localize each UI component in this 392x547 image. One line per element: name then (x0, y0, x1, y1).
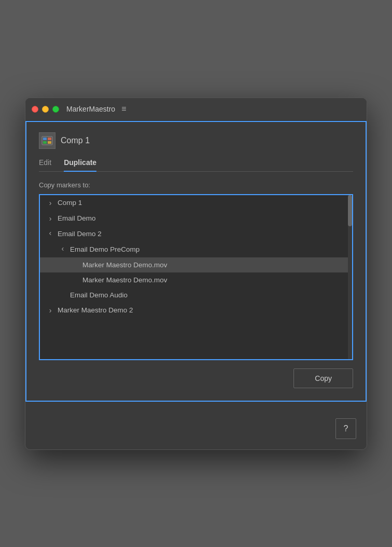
tree-item-label: Email Demo 2 (58, 230, 102, 238)
tree-item[interactable]: Email Demo Audio (40, 288, 352, 303)
svg-rect-4 (48, 141, 51, 144)
chevron-down-icon (46, 230, 54, 238)
titlebar: MarkerMaestro ≡ (25, 98, 367, 121)
copy-button[interactable]: Copy (293, 368, 353, 388)
svg-rect-3 (43, 141, 47, 144)
tree-item-label: Marker Maestro Demo.mov (82, 261, 167, 269)
tree-item-label: Marker Maestro Demo.mov (82, 276, 167, 284)
comp-title: Comp 1 (61, 136, 90, 145)
chevron-right-icon (46, 306, 54, 314)
tabs-container: Edit Duplicate (39, 158, 353, 172)
comp-header: Comp 1 (39, 132, 353, 149)
help-button[interactable]: ? (335, 418, 356, 439)
tree-item[interactable]: Email Demo (40, 211, 352, 226)
tree-item[interactable]: Marker Maestro Demo.mov (40, 272, 352, 288)
scrollbar-track[interactable] (348, 195, 352, 359)
tab-edit[interactable]: Edit (39, 158, 51, 172)
app-title: MarkerMaestro (66, 105, 115, 113)
copy-markers-label: Copy markers to: (39, 181, 353, 189)
tree-item-label: Marker Maestro Demo 2 (58, 306, 133, 314)
chevron-right-icon (46, 199, 54, 207)
scrollbar-thumb[interactable] (348, 195, 352, 226)
traffic-lights (32, 106, 59, 113)
bottom-row: Copy (39, 368, 353, 388)
tree-item-label: Email Demo Audio (70, 291, 128, 299)
tree-item[interactable]: Email Demo PreComp (40, 242, 352, 257)
svg-rect-1 (43, 138, 47, 140)
tree-item-label: Email Demo PreComp (70, 245, 139, 253)
chevron-down-icon (59, 245, 67, 254)
hamburger-icon[interactable]: ≡ (121, 104, 126, 114)
svg-rect-2 (48, 138, 51, 140)
tree-item-label: Email Demo (58, 214, 96, 222)
comp-icon (39, 132, 55, 149)
app-window: MarkerMaestro ≡ Comp 1 Edit Duplicate Co… (25, 98, 367, 450)
tab-duplicate[interactable]: Duplicate (64, 158, 96, 172)
minimize-button[interactable] (42, 106, 49, 113)
tree-item[interactable]: Marker Maestro Demo.mov (40, 257, 352, 272)
tree-item-label: Comp 1 (58, 199, 82, 207)
tree-container[interactable]: Comp 1Email DemoEmail Demo 2Email Demo P… (39, 194, 353, 360)
main-content: Comp 1 Edit Duplicate Copy markers to: C… (25, 121, 367, 402)
close-button[interactable] (32, 106, 38, 113)
chevron-right-icon (46, 214, 54, 223)
tree-item[interactable]: Marker Maestro Demo 2 (40, 303, 352, 318)
help-row: ? (25, 410, 367, 449)
maximize-button[interactable] (52, 106, 59, 113)
tree-item[interactable]: Comp 1 (40, 195, 352, 211)
tree-item[interactable]: Email Demo 2 (40, 226, 352, 242)
